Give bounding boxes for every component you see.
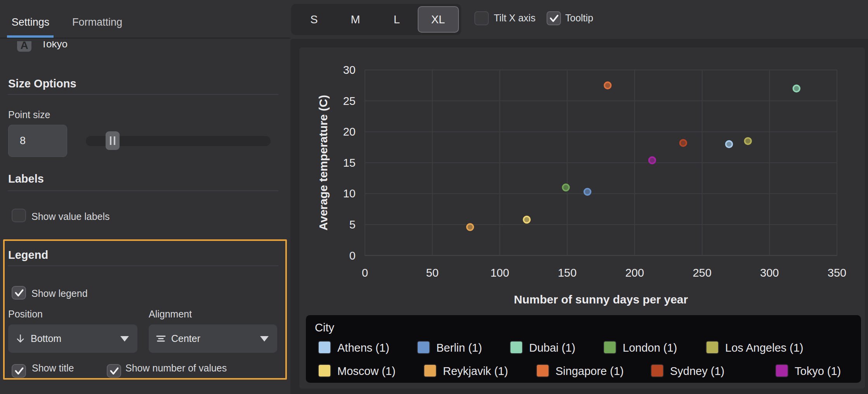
point-singapore[interactable] [604,82,611,89]
field-label: Tokyo [41,41,68,50]
divider [8,94,278,95]
point-reykjavik[interactable] [467,224,474,230]
size-options-heading: Size Options [8,77,76,90]
alignment-value: Center [171,333,200,344]
tooltip-label: Tooltip [565,12,593,24]
legend-label: Singapore (1) [556,365,624,378]
align-center-icon [156,334,166,343]
legend-label: Athens (1) [337,342,389,354]
check-icon [12,287,25,299]
point-tokyo[interactable] [649,157,656,164]
show-title-checkbox[interactable] [12,364,26,378]
legend-heading: Legend [8,249,48,262]
point-size-slider-thumb[interactable] [106,131,120,150]
legend-swatch [536,364,549,377]
x-tick-label: 100 [490,267,509,279]
point-moscow[interactable] [524,216,530,223]
show-value-labels-label: Show value labels [31,211,110,222]
legend-swatch [318,341,331,354]
settings-panel: Settings Formatting A Tokyo Size Options… [0,0,290,394]
labels-heading: Labels [8,173,44,185]
legend-swatch [510,341,523,354]
x-axis-title: Number of sunny days per year [514,293,688,306]
chevron-down-icon [260,336,269,342]
legend-swatch [318,364,331,377]
field-list-row-tokyo[interactable]: A Tokyo [0,41,290,54]
point-dubai[interactable] [793,85,800,92]
show-number-of-values-checkbox[interactable] [107,364,121,378]
size-option-xl[interactable]: XL [418,6,459,33]
legend-label: Tokyo (1) [795,365,841,378]
point-athens[interactable] [726,141,733,148]
point-size-label: Point size [8,109,50,120]
legend-swatch [424,364,437,377]
position-value: Bottom [31,333,61,344]
tabbar-divider [0,38,290,38]
check-icon [547,12,560,24]
legend-label: Reykjavik (1) [443,365,508,378]
check-icon [108,365,120,377]
y-axis-title: Average temperature (C) [317,95,330,230]
chart-toolbar: SMLXL Tilt X axis Tooltip [290,0,868,39]
tooltip-checkbox[interactable] [547,11,561,25]
x-tick-label: 300 [760,267,779,279]
legend-title: City [315,321,334,334]
legend-settings-section: Legend Show legend Position Alignment Bo… [3,239,287,380]
size-option-s[interactable]: S [293,6,335,33]
point-sydney[interactable] [680,140,687,146]
chart-preview-area: 051015202530050100150200250300350Average… [290,39,868,394]
show-legend-checkbox[interactable] [12,286,26,300]
show-number-of-values-label: Show number of values [125,363,227,374]
x-tick-label: 350 [828,267,846,279]
alignment-dropdown[interactable]: Center [149,324,277,353]
show-legend-label: Show legend [31,288,88,299]
legend-label: Berlin (1) [436,342,482,354]
point-london[interactable] [562,184,569,191]
alignment-label: Alignment [149,309,192,320]
divider [8,265,278,266]
legend-label: Dubai (1) [529,342,575,354]
divider [8,190,278,191]
legend-swatch [651,364,664,377]
position-label: Position [8,309,43,320]
tilt-x-axis-label: Tilt X axis [494,12,535,24]
y-tick-label: 5 [349,218,356,231]
y-tick-label: 10 [343,187,356,200]
legend-swatch [603,341,616,354]
tab-settings[interactable]: Settings [7,16,54,28]
x-tick-label: 250 [693,267,711,279]
chevron-down-icon [120,336,129,342]
legend-swatch [775,364,788,377]
legend-swatch [706,341,719,354]
y-tick-label: 25 [343,95,356,107]
check-icon [12,365,25,377]
y-tick-label: 20 [343,126,356,138]
text-field-type-icon: A [17,41,31,52]
y-tick-label: 0 [349,249,356,262]
x-tick-label: 200 [625,267,644,279]
point-los-angeles[interactable] [745,138,751,145]
legend-label: Los Angeles (1) [725,342,804,354]
point-size-input[interactable]: 8 [8,125,67,157]
show-title-label: Show title [32,363,74,374]
x-tick-label: 150 [558,267,576,279]
arrow-down-icon [16,334,25,343]
y-tick-label: 15 [343,157,356,169]
legend-label: Sydney (1) [670,365,724,378]
legend-label: London (1) [623,342,677,354]
tab-formatting[interactable]: Formatting [72,16,122,28]
y-tick-label: 30 [343,64,356,76]
chart-legend: City Athens (1)Berlin (1)Dubai (1)London… [306,315,861,383]
legend-label: Moscow (1) [337,365,396,378]
tilt-x-axis-checkbox[interactable] [474,11,489,25]
x-tick-label: 50 [426,267,439,279]
legend-swatch [417,341,430,354]
position-dropdown[interactable]: Bottom [8,324,137,353]
chart-size-segmented-control: SMLXL [291,4,461,35]
point-berlin[interactable] [584,188,591,195]
size-option-m[interactable]: M [335,6,376,33]
x-tick-label: 0 [362,267,368,279]
show-value-labels-checkbox[interactable] [12,209,26,222]
size-option-l[interactable]: L [376,6,417,33]
